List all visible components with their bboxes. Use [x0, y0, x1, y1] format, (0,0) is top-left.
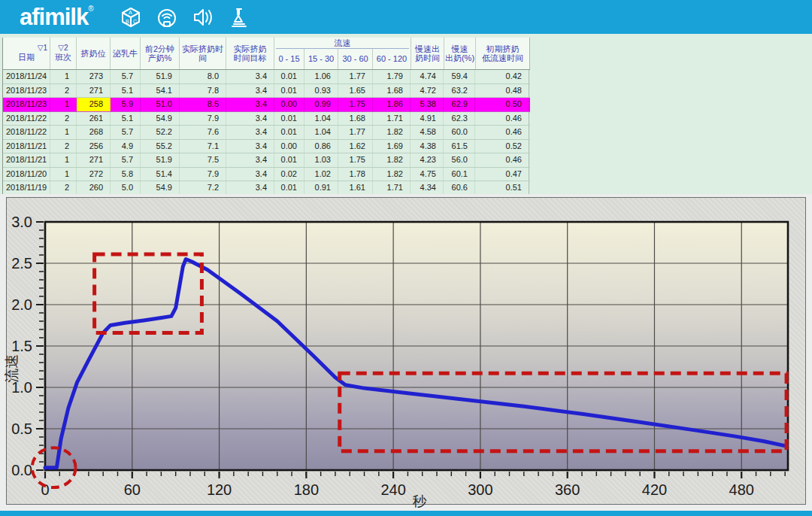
- table-cell: 3.4: [226, 140, 274, 153]
- milking-data-grid: ▽1 日期 ▽2 班次 挤奶位 泌乳牛 前2分钟 产奶% 实际挤奶时间 实际挤奶…: [2, 38, 530, 194]
- table-cell: 1.04: [304, 112, 338, 126]
- table-cell: 0.42: [475, 70, 529, 83]
- column-header-flow-0-15[interactable]: 0 - 15: [274, 49, 304, 69]
- column-header-milking-time-target[interactable]: 实际挤奶 时间目标: [226, 38, 274, 69]
- column-header-initial-low-flow-time[interactable]: 初期挤奶 低流速时间: [476, 38, 530, 69]
- table-cell: 5.8: [111, 168, 141, 181]
- top-brand-bar: afimilk® B C A: [0, 0, 812, 34]
- table-cell: 62.3: [444, 112, 475, 126]
- table-cell: 256: [77, 140, 111, 153]
- svg-text:B: B: [126, 19, 129, 24]
- table-cell: 51.9: [141, 153, 180, 167]
- table-cell: 4.23: [411, 153, 444, 167]
- table-cell: 1: [50, 70, 77, 83]
- table-cell: 2: [50, 84, 77, 98]
- table-cell: 0.01: [274, 153, 304, 167]
- column-header-flow-30-60[interactable]: 30 - 60: [338, 49, 373, 69]
- speaker-icon[interactable]: [190, 5, 216, 30]
- table-cell: 1.02: [304, 168, 338, 181]
- table-cell: 54.9: [141, 181, 180, 194]
- table-row[interactable]: 2018/11/2012725.851.47.93.40.021.021.781…: [3, 168, 530, 182]
- column-header-flow-60-120[interactable]: 60 - 120: [373, 49, 411, 69]
- table-cell: 2018/11/22: [3, 112, 50, 126]
- svg-text:2.5: 2.5: [11, 255, 32, 272]
- flask-icon[interactable]: [226, 5, 252, 30]
- svg-text:180: 180: [294, 481, 319, 498]
- table-cell: 0.02: [274, 168, 304, 181]
- table-cell: 1.03: [304, 153, 338, 167]
- table-row[interactable]: 2018/11/2112715.751.97.53.40.011.031.751…: [3, 153, 530, 168]
- table-row[interactable]: 2018/11/2322715.154.17.83.40.010.931.651…: [3, 84, 530, 99]
- table-cell: 260: [77, 181, 111, 194]
- table-row[interactable]: 2018/11/2312585.951.08.53.40.000.991.751…: [3, 98, 530, 112]
- table-cell: 1.61: [338, 181, 373, 194]
- column-header-milking-stall[interactable]: 挤奶位: [77, 38, 111, 69]
- table-cell: 1.86: [373, 98, 411, 111]
- table-cell: 7.6: [180, 126, 226, 139]
- column-header-lactating-cows[interactable]: 泌乳牛: [111, 38, 141, 69]
- column-header-shift[interactable]: ▽2 班次: [50, 38, 77, 69]
- table-cell: 5.7: [111, 126, 141, 139]
- table-cell: 5.0: [111, 181, 141, 194]
- table-cell: 4.34: [411, 181, 444, 194]
- column-header-actual-milking-time[interactable]: 实际挤奶时间: [180, 38, 226, 69]
- table-cell: 52.2: [141, 126, 180, 139]
- table-cell: 2018/11/20: [3, 168, 50, 181]
- column-header-slow-milking-pct[interactable]: 慢速 出奶(%): [444, 38, 476, 69]
- table-cell: 1.04: [304, 126, 338, 139]
- collar-sensor-icon[interactable]: [154, 5, 180, 30]
- abc-block-icon[interactable]: B C A: [118, 5, 144, 30]
- svg-text:0.5: 0.5: [11, 420, 32, 437]
- table-cell: 2: [50, 181, 77, 194]
- table-cell: 2018/11/19: [3, 181, 50, 194]
- svg-text:C: C: [133, 19, 137, 24]
- table-row[interactable]: 2018/11/2412735.751.98.03.40.011.061.771…: [3, 70, 530, 84]
- column-header-first-2min-pct[interactable]: 前2分钟 产奶%: [141, 38, 180, 69]
- table-cell: 1.62: [338, 140, 373, 153]
- table-cell: 2: [50, 140, 77, 153]
- table-row[interactable]: 2018/11/1922605.054.97.23.40.010.911.611…: [3, 181, 530, 194]
- table-cell: 62.9: [444, 98, 475, 111]
- table-cell: 3.4: [226, 168, 274, 181]
- svg-text:360: 360: [555, 481, 580, 498]
- table-cell: 0.91: [304, 181, 338, 194]
- svg-text:2.0: 2.0: [11, 296, 32, 313]
- milking-data-grid-section: ▽1 日期 ▽2 班次 挤奶位 泌乳牛 前2分钟 产奶% 实际挤奶时间 实际挤奶…: [0, 34, 812, 194]
- flow-rate-column-group: 流速 0 - 15 15 - 30 30 - 60 60 - 120: [274, 38, 411, 69]
- table-cell: 7.2: [180, 181, 226, 194]
- table-cell: 0.93: [304, 84, 338, 98]
- table-cell: 1.71: [373, 112, 411, 126]
- table-cell: 0.01: [274, 112, 304, 126]
- table-cell: 0.48: [475, 84, 529, 98]
- table-cell: 0.46: [475, 153, 529, 167]
- svg-text:300: 300: [468, 481, 492, 498]
- table-cell: 1: [50, 168, 77, 181]
- column-header-flow-15-30[interactable]: 15 - 30: [304, 49, 338, 69]
- table-cell: 271: [77, 153, 111, 167]
- table-cell: 1.65: [338, 84, 373, 98]
- table-cell: 0.01: [274, 181, 304, 194]
- column-header-date[interactable]: ▽1 日期: [3, 38, 50, 69]
- topbar-icon-group: B C A: [118, 5, 252, 30]
- table-row[interactable]: 2018/11/2222615.154.97.93.40.011.041.681…: [3, 112, 530, 126]
- table-cell: 3.4: [226, 98, 274, 111]
- table-cell: 1.06: [304, 70, 338, 83]
- table-cell: 1: [50, 126, 77, 139]
- table-cell: 4.72: [411, 84, 444, 98]
- table-row[interactable]: 2018/11/2122564.955.27.13.40.000.861.621…: [3, 140, 530, 154]
- grid-header-row: ▽1 日期 ▽2 班次 挤奶位 泌乳牛 前2分钟 产奶% 实际挤奶时间 实际挤奶…: [3, 38, 530, 70]
- table-cell: 0.01: [274, 70, 304, 83]
- column-header-slow-milking-time[interactable]: 慢速出 奶时间: [411, 38, 444, 69]
- table-cell: 1.69: [373, 140, 411, 153]
- table-cell: 1.75: [338, 153, 373, 167]
- table-cell: 1.77: [338, 70, 373, 83]
- table-cell: 1: [50, 98, 77, 111]
- table-row[interactable]: 2018/11/2212685.752.27.63.40.011.041.771…: [3, 126, 530, 140]
- table-cell: 59.4: [444, 70, 475, 83]
- table-cell: 5.7: [111, 153, 141, 167]
- table-cell: 0.01: [274, 126, 304, 139]
- table-cell: 261: [77, 112, 111, 126]
- svg-text:480: 480: [729, 481, 754, 498]
- table-cell: 55.2: [141, 140, 180, 153]
- table-cell: 54.9: [141, 112, 180, 126]
